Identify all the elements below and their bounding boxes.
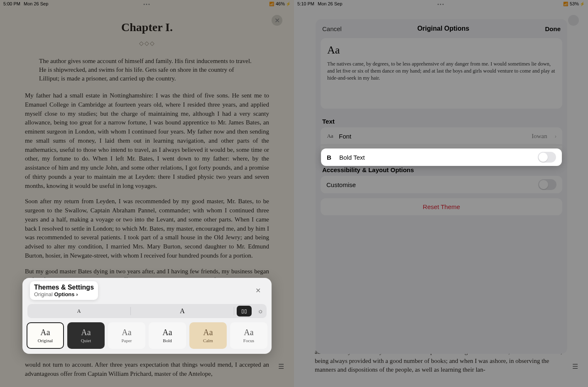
wifi-icon: 📶	[563, 2, 568, 6]
body-paragraph: would not turn to account. After three y…	[25, 360, 269, 379]
cancel-button[interactable]: Cancel	[322, 25, 342, 32]
preview-aa: Aa	[327, 44, 556, 56]
close-icon: ✕	[274, 17, 280, 24]
theme-paper[interactable]: Aa Paper	[108, 322, 145, 349]
status-battery: 📶 53% ⚡	[563, 1, 585, 6]
toc-button[interactable]: ☰	[572, 363, 578, 370]
bold-text-row[interactable]: B Bold Text	[321, 148, 562, 166]
customise-row[interactable]: Customise	[321, 176, 562, 193]
themes-settings-popup: Themes & Settings Original Options › ✕ A…	[22, 278, 272, 354]
multitask-pill[interactable]: •••	[143, 2, 151, 7]
status-time: 5:10 PM	[297, 1, 314, 6]
status-date: Mon 26 Sep	[318, 1, 342, 6]
reset-theme-button[interactable]: Reset Theme	[321, 198, 562, 215]
font-icon: Aa	[326, 133, 334, 139]
done-button[interactable]: Done	[545, 25, 561, 32]
close-reader-button[interactable]: ✕	[272, 15, 282, 26]
body-paragraph: My father had a small estate in Nottingh…	[25, 91, 269, 190]
bold-text-toggle[interactable]	[538, 152, 556, 163]
section-label-text: Text	[316, 114, 567, 127]
chapter-title: Chapter I.	[25, 21, 269, 34]
font-size-decrease[interactable]: A	[27, 308, 130, 314]
charging-icon: ⚡	[286, 2, 291, 6]
status-bar: 5:00 PM Mon 26 Sep ••• 📶 46% ⚡	[0, 0, 294, 7]
theme-original[interactable]: Aa Original	[27, 322, 64, 349]
brightness-button[interactable]: ☼	[254, 307, 267, 315]
charging-icon: ⚡	[580, 2, 585, 6]
chevron-right-icon: ›	[555, 133, 556, 139]
ornament-divider: ◇◇◇	[25, 40, 269, 47]
font-toolbar: A A ▯▯ ☼	[27, 304, 267, 318]
status-battery: 📶 46% ⚡	[269, 1, 291, 6]
themes-subtitle[interactable]: Original Options ›	[34, 291, 94, 297]
accessibility-list: Customise	[321, 176, 562, 193]
preview-paragraph: The natives came, by degrees, to be less…	[327, 61, 556, 82]
theme-focus[interactable]: Aa Focus	[230, 322, 267, 349]
theme-bold[interactable]: Aa Bold	[149, 322, 186, 349]
theme-quiet[interactable]: Aa Quiet	[67, 322, 105, 349]
font-row[interactable]: Aa Font Iowan ›	[321, 127, 562, 145]
status-bar: 5:10 PM Mon 26 Sep ••• 📶 53% ⚡	[294, 0, 588, 7]
themes-title: Themes & Settings	[34, 284, 94, 291]
divider	[234, 307, 234, 315]
chapter-summary: The author gives some account of himself…	[25, 57, 269, 83]
page-layout-icon: ▯▯	[241, 308, 247, 314]
theme-calm[interactable]: Aa Calm	[189, 322, 227, 349]
multitask-pill[interactable]: •••	[437, 2, 445, 7]
body-paragraph: Soon after my return from Leyden, I was …	[25, 197, 269, 260]
close-icon: ✕	[255, 287, 261, 294]
font-value: Iowan	[532, 133, 547, 140]
brightness-icon: ☼	[257, 307, 264, 314]
themes-close-button[interactable]: ✕	[252, 284, 264, 297]
customise-toggle[interactable]	[538, 179, 556, 190]
status-time: 5:00 PM	[3, 1, 20, 6]
close-reader-button[interactable]	[568, 15, 579, 26]
original-options-panel: Cancel Original Options Done Aa The nati…	[316, 19, 567, 354]
scroll-view-toggle[interactable]: ▯▯	[237, 306, 252, 316]
font-preview: Aa The natives came, by degrees, to be l…	[321, 38, 562, 109]
bold-text-label: Bold Text	[339, 154, 365, 161]
panel-title: Original Options	[342, 25, 545, 32]
wifi-icon: 📶	[269, 2, 274, 6]
status-date: Mon 26 Sep	[24, 1, 48, 6]
theme-list: Aa Original Aa Quiet Aa Paper Aa Bold Aa…	[27, 322, 267, 349]
themes-header-card[interactable]: Themes & Settings Original Options ›	[30, 281, 98, 300]
screenshot-right: 5:10 PM Mon 26 Sep ••• 📶 53% ⚡ addition …	[294, 0, 588, 387]
bold-icon: B	[327, 154, 334, 161]
screenshot-left: 5:00 PM Mon 26 Sep ••• 📶 46% ⚡ ✕ Chapter…	[0, 0, 294, 387]
font-size-increase[interactable]: A	[131, 307, 234, 315]
